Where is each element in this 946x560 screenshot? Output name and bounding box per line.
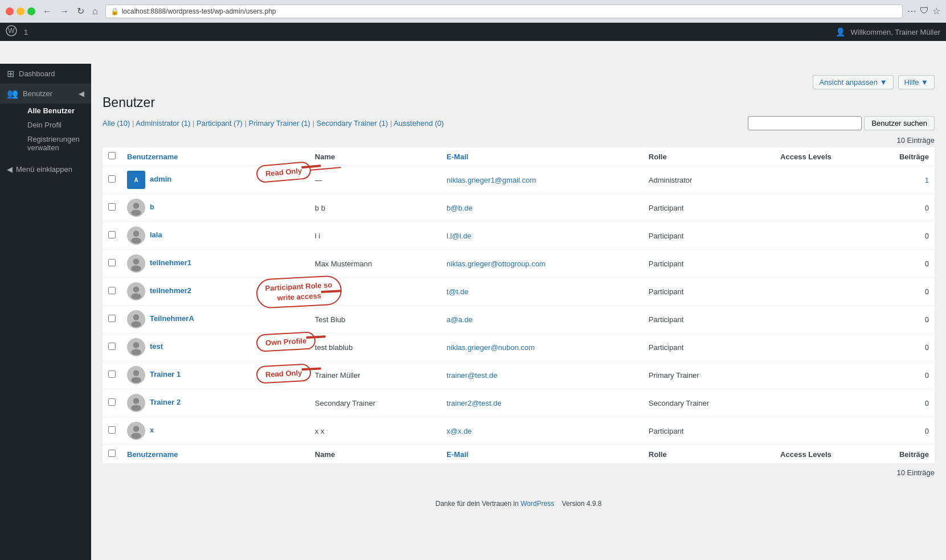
header-beitraege: Beiträge: [889, 147, 935, 166]
email-link[interactable]: niklas.grieger1@gmail.com: [447, 176, 536, 184]
browser-maximize-btn[interactable]: [27, 7, 35, 15]
email-link[interactable]: x@x.de: [447, 427, 472, 435]
footer-name: Name: [309, 445, 441, 464]
username-link[interactable]: Trainer 2: [150, 398, 181, 406]
sidebar-collapse[interactable]: ◀ Menü einklappen: [0, 160, 91, 178]
row-checkbox[interactable]: [108, 259, 116, 266]
select-all-footer-checkbox[interactable]: [108, 450, 116, 457]
beitraege-cell: 0: [889, 417, 935, 445]
filter-alle[interactable]: Alle (10): [103, 119, 130, 127]
sidebar-item-dein-profil[interactable]: Dein Profil: [11, 118, 91, 132]
sidebar-item-registrierungen[interactable]: Registrierungen verwalten: [11, 132, 91, 155]
svg-point-4: [131, 210, 141, 216]
role-cell: Participant: [643, 306, 775, 333]
table-row: teilnehmer2t@t.deParticipant0: [103, 278, 935, 306]
select-all-checkbox[interactable]: [108, 152, 116, 159]
sidebar-item-dashboard[interactable]: ⊞ Dashboard: [0, 64, 91, 84]
filter-participant[interactable]: Participant (7): [196, 119, 243, 127]
role-cell: Administrator: [643, 166, 775, 194]
star-icon: ☆: [932, 6, 940, 17]
svg-point-7: [133, 258, 140, 265]
name-cell: Trainer Müller: [309, 361, 441, 389]
email-link[interactable]: t@t.de: [447, 287, 469, 296]
username-link[interactable]: teilnehmer1: [150, 258, 191, 267]
row-checkbox[interactable]: [108, 203, 116, 211]
page-wrap: ⊞ Dashboard 👥 Benutzer ◀ Alle Benutzer D…: [0, 23, 946, 560]
row-checkbox[interactable]: [108, 343, 116, 350]
sidebar-sub-benutzer: Alle Benutzer Dein Profil Registrierunge…: [0, 104, 91, 155]
hilfe-btn[interactable]: Hilfe ▼: [898, 75, 935, 89]
email-link[interactable]: niklas.grieger@ottogroup.com: [447, 260, 546, 268]
sidebar-item-alle-benutzer[interactable]: Alle Benutzer: [11, 104, 91, 118]
search-input[interactable]: [748, 116, 862, 130]
beitraege-link[interactable]: 1: [925, 176, 929, 184]
username-link[interactable]: lala: [150, 230, 162, 239]
svg-point-9: [133, 286, 140, 293]
access-cell: [775, 250, 889, 278]
header-benutzername: Benutzername: [121, 147, 309, 166]
browser-close-btn[interactable]: [6, 7, 14, 15]
ansicht-anpassen-btn[interactable]: Ansicht anpassen ▼: [813, 75, 893, 89]
name-cell: l i: [309, 222, 441, 250]
footer-email-link[interactable]: E-Mail: [447, 450, 468, 459]
footer-wp-link[interactable]: WordPress: [521, 500, 554, 508]
entries-count-bottom: 10 Einträge: [103, 468, 935, 477]
table-row: bb bb@b.deParticipant0: [103, 194, 935, 222]
email-link[interactable]: a@a.de: [447, 315, 473, 324]
row-checkbox[interactable]: [108, 315, 116, 322]
row-checkbox[interactable]: [108, 398, 116, 406]
email-link[interactable]: niklas.grieger@nubon.com: [447, 343, 535, 352]
entries-count-top: 10 Einträge: [103, 136, 935, 145]
benutzername-sort-link[interactable]: Benutzername: [127, 153, 178, 161]
role-cell: Participant: [643, 222, 775, 250]
table-row: TeilnehmerATest Bluba@a.deParticipant0: [103, 306, 935, 333]
row-checkbox[interactable]: [108, 231, 116, 238]
filter-primary-trainer[interactable]: Primary Trainer (1): [249, 119, 310, 127]
email-link[interactable]: l.l@l.de: [447, 232, 472, 240]
username-link[interactable]: b: [150, 203, 154, 211]
table-row: testtest blablubniklas.grieger@nubon.com…: [103, 333, 935, 361]
dashboard-label: Dashboard: [19, 69, 55, 78]
filter-secondary-trainer[interactable]: Secondary Trainer (1): [317, 119, 388, 127]
email-link[interactable]: b@b.de: [447, 204, 473, 212]
forward-button[interactable]: →: [57, 5, 72, 18]
filter-administrator[interactable]: Administrator (1): [136, 119, 190, 127]
table-row: Aadmin—niklas.grieger1@gmail.comAdminist…: [103, 166, 935, 194]
footer-text: Danke für dein Vertrauen in: [436, 500, 519, 508]
username-cell: lala: [121, 222, 309, 250]
row-checkbox-cell: [103, 250, 121, 278]
table-footer-row: Benutzername Name E-Mail Rolle Access Le…: [103, 445, 935, 464]
browser-minimize-btn[interactable]: [17, 7, 24, 15]
username-link[interactable]: Trainer 1: [150, 370, 181, 378]
home-button[interactable]: ⌂: [89, 5, 101, 18]
row-checkbox[interactable]: [108, 370, 116, 378]
username-link[interactable]: admin: [150, 175, 171, 183]
table-row: teilnehmer1Max Mustermannniklas.grieger@…: [103, 250, 935, 278]
table-row: Trainer 1Trainer Müllertrainer@test.dePr…: [103, 361, 935, 389]
username-link[interactable]: test: [150, 342, 163, 351]
email-cell: t@t.de: [441, 278, 643, 306]
footer-benutzername-link[interactable]: Benutzername: [127, 450, 178, 459]
footer-email: E-Mail: [441, 445, 643, 464]
reload-button[interactable]: ↻: [74, 5, 87, 18]
username-link[interactable]: TeilnehmerA: [150, 314, 194, 323]
email-link[interactable]: trainer2@test.de: [447, 399, 501, 407]
row-checkbox-cell: [103, 361, 121, 389]
filter-ausstehend[interactable]: Ausstehend (0): [394, 119, 444, 127]
svg-point-10: [131, 294, 141, 300]
chevron-icon: ◀: [79, 89, 84, 98]
email-sort-link[interactable]: E-Mail: [447, 153, 468, 161]
username-link[interactable]: x: [150, 426, 154, 434]
search-button[interactable]: Benutzer suchen: [864, 116, 935, 130]
sidebar-item-benutzer[interactable]: 👥 Benutzer ◀: [0, 84, 91, 104]
email-link[interactable]: trainer@test.de: [447, 371, 497, 380]
site-name[interactable]: 1: [24, 28, 28, 36]
row-checkbox[interactable]: [108, 426, 116, 434]
beitraege-cell: 0: [889, 361, 935, 389]
address-bar[interactable]: 🔒 localhost:8888/wordpress-test/wp-admin…: [105, 5, 903, 18]
username-link[interactable]: teilnehmer2: [150, 286, 191, 295]
row-checkbox[interactable]: [108, 287, 116, 294]
back-button[interactable]: ←: [40, 5, 55, 18]
beitraege-cell: 0: [889, 306, 935, 333]
row-checkbox[interactable]: [108, 175, 116, 183]
